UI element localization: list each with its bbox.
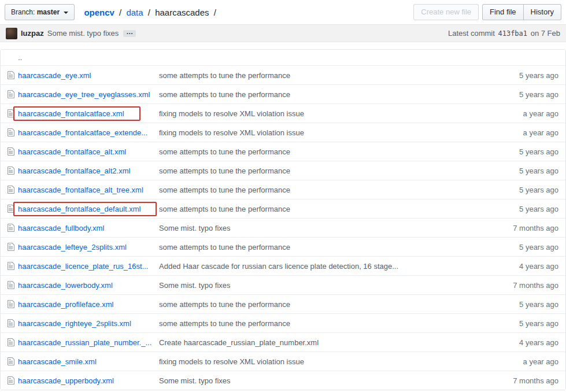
- parent-dir-link[interactable]: ..: [18, 53, 22, 62]
- file-age: a year ago: [490, 128, 558, 137]
- file-icon: [8, 357, 18, 366]
- breadcrumb-repo-link[interactable]: opencv: [84, 8, 114, 17]
- row-commit-message-link[interactable]: Some mist. typo fixes: [159, 376, 231, 385]
- commit-message-cell: some attempts to tune the performance: [159, 147, 490, 156]
- table-row: haarcascade_frontalface_default.xml some…: [1, 199, 565, 218]
- file-name-cell: haarcascade_frontalface_alt2.xml: [18, 167, 159, 175]
- row-commit-message-link[interactable]: Some mist. typo fixes: [159, 224, 231, 232]
- file-link[interactable]: haarcascade_lowerbody.xml: [18, 281, 113, 290]
- file-link[interactable]: haarcascade_fullbody.xml: [18, 224, 104, 232]
- file-link[interactable]: haarcascade_frontalface_default.xml: [18, 205, 140, 213]
- file-link[interactable]: haarcascade_frontalface_alt_tree.xml: [18, 186, 143, 194]
- file-link[interactable]: haarcascade_frontalface_alt2.xml: [18, 167, 130, 175]
- commit-message-cell: some attempts to tune the performance: [159, 186, 490, 194]
- file-link[interactable]: haarcascade_frontalcatface.xml: [18, 109, 124, 118]
- table-row: haarcascade_righteye_2splits.xml some at…: [1, 313, 565, 332]
- commit-message-cell: some attempts to tune the performance: [159, 205, 490, 213]
- file-name-cell: haarcascade_frontalface_alt.xml: [18, 147, 159, 156]
- latest-commit-label: Latest commit: [448, 29, 495, 38]
- file-link[interactable]: haarcascade_eye.xml: [18, 71, 91, 80]
- table-row: haarcascade_eye_tree_eyeglasses.xml some…: [1, 84, 565, 103]
- row-commit-message-link[interactable]: some attempts to tune the performance: [159, 147, 290, 156]
- file-name-cell: haarcascade_eye_tree_eyeglasses.xml: [18, 90, 159, 99]
- file-link[interactable]: haarcascade_frontalface_alt.xml: [18, 147, 126, 156]
- find-file-button[interactable]: Find file: [482, 4, 524, 20]
- row-commit-message-link[interactable]: some attempts to tune the performance: [159, 243, 290, 252]
- file-age: 5 years ago: [490, 167, 558, 175]
- topbar: Branch: master opencv / data / haarcasca…: [0, 0, 566, 24]
- file-link[interactable]: haarcascade_frontalcatface_extende...: [18, 128, 147, 137]
- commit-message-link[interactable]: Some mist. typo fixes: [47, 29, 119, 38]
- file-link[interactable]: haarcascade_profileface.xml: [18, 300, 113, 309]
- latest-commit-info: Latest commit 413fba1 on 7 Feb: [448, 29, 560, 38]
- file-name-highlight-box: haarcascade_frontalface_alt2.xml: [18, 167, 130, 175]
- github-file-browser: Branch: master opencv / data / haarcasca…: [0, 0, 566, 390]
- file-link[interactable]: haarcascade_righteye_2splits.xml: [18, 319, 131, 328]
- file-icon: [8, 280, 18, 290]
- row-commit-message-link[interactable]: some attempts to tune the performance: [159, 71, 290, 80]
- file-name-cell: haarcascade_lowerbody.xml: [18, 281, 159, 290]
- row-commit-message-link[interactable]: some attempts to tune the performance: [159, 205, 290, 213]
- commit-author-link[interactable]: luzpaz: [21, 29, 44, 38]
- file-table: .. haarcascade_eye.xml some attempts to …: [0, 49, 566, 390]
- commit-message-cell: some attempts to tune the performance: [159, 319, 490, 328]
- file-name-highlight-box: haarcascade_frontalcatface.xml: [13, 106, 140, 121]
- row-commit-message-link[interactable]: Added Haar cascade for russian cars lice…: [159, 262, 398, 271]
- file-name-cell: haarcascade_profileface.xml: [18, 300, 159, 309]
- file-age: 5 years ago: [490, 300, 558, 309]
- file-link[interactable]: haarcascade_russian_plate_number._...: [18, 338, 151, 347]
- file-name-highlight-box: haarcascade_licence_plate_rus_16st...: [18, 262, 148, 271]
- file-link[interactable]: haarcascade_upperbody.xml: [18, 376, 114, 385]
- table-row: haarcascade_frontalcatface_extende... fi…: [1, 123, 565, 142]
- file-name-highlight-box: haarcascade_russian_plate_number._...: [18, 338, 151, 347]
- file-table-body: haarcascade_eye.xml some attempts to tun…: [1, 65, 565, 390]
- table-row: haarcascade_lefteye_2splits.xml some att…: [1, 237, 565, 256]
- file-icon: [8, 242, 18, 252]
- file-name-highlight-box: haarcascade_lowerbody.xml: [18, 281, 113, 290]
- row-commit-message-link[interactable]: Some mist. typo fixes: [159, 281, 231, 290]
- file-name-cell: haarcascade_righteye_2splits.xml: [18, 319, 159, 328]
- file-age: 4 years ago: [490, 262, 558, 271]
- file-icon: [8, 376, 18, 385]
- row-commit-message-link[interactable]: some attempts to tune the performance: [159, 319, 290, 328]
- commit-message-cell: some attempts to tune the performance: [159, 90, 490, 99]
- file-name-highlight-box: haarcascade_righteye_2splits.xml: [18, 319, 131, 328]
- file-name-highlight-box: haarcascade_profileface.xml: [18, 300, 113, 309]
- file-age: 5 years ago: [490, 243, 558, 252]
- file-name-cell: haarcascade_lefteye_2splits.xml: [18, 243, 159, 252]
- file-link[interactable]: haarcascade_smile.xml: [18, 357, 97, 366]
- breadcrumb-current: haarcascades: [155, 8, 209, 17]
- table-row: haarcascade_russian_plate_number._... Cr…: [1, 332, 565, 352]
- row-commit-message-link[interactable]: fixing models to resolve XML violation i…: [159, 128, 304, 137]
- file-age: a year ago: [490, 357, 558, 366]
- top-actions: Create new file Find file History: [413, 4, 561, 20]
- chevron-down-icon: [64, 12, 68, 14]
- row-commit-message-link[interactable]: some attempts to tune the performance: [159, 90, 290, 99]
- commit-sha-link[interactable]: 413fba1: [498, 29, 527, 38]
- file-name-highlight-box: haarcascade_lefteye_2splits.xml: [18, 243, 127, 252]
- table-row: haarcascade_eye.xml some attempts to tun…: [1, 65, 565, 84]
- create-new-file-button[interactable]: Create new file: [413, 4, 479, 20]
- file-name-highlight-box: haarcascade_eye.xml: [18, 71, 91, 80]
- commit-expand-button[interactable]: …: [123, 30, 136, 37]
- file-name-cell: haarcascade_licence_plate_rus_16st...: [18, 262, 159, 271]
- row-commit-message-link[interactable]: some attempts to tune the performance: [159, 186, 290, 194]
- branch-label: Branch:: [11, 8, 35, 16]
- row-commit-message-link[interactable]: fixing models to resolve XML violation i…: [159, 109, 304, 118]
- file-link[interactable]: haarcascade_lefteye_2splits.xml: [18, 243, 127, 252]
- file-age: 5 years ago: [490, 319, 558, 328]
- breadcrumb-path-link[interactable]: data: [126, 8, 143, 17]
- file-name-highlight-box: haarcascade_frontalface_default.xml: [13, 202, 157, 216]
- avatar[interactable]: [6, 28, 17, 39]
- file-link[interactable]: haarcascade_licence_plate_rus_16st...: [18, 262, 148, 271]
- branch-selector-button[interactable]: Branch: master: [5, 4, 75, 20]
- row-commit-message-link[interactable]: Create haarcascade_russian_plate_number.…: [159, 338, 319, 347]
- row-commit-message-link[interactable]: some attempts to tune the performance: [159, 167, 290, 175]
- history-button[interactable]: History: [523, 4, 561, 20]
- row-commit-message-link[interactable]: some attempts to tune the performance: [159, 300, 290, 309]
- commit-message-cell: fixing models to resolve XML violation i…: [159, 128, 490, 137]
- table-row: haarcascade_fullbody.xml Some mist. typo…: [1, 218, 565, 237]
- row-commit-message-link[interactable]: fixing models to resolve XML violation i…: [159, 357, 304, 366]
- file-icon: [8, 185, 18, 194]
- file-link[interactable]: haarcascade_eye_tree_eyeglasses.xml: [18, 90, 150, 99]
